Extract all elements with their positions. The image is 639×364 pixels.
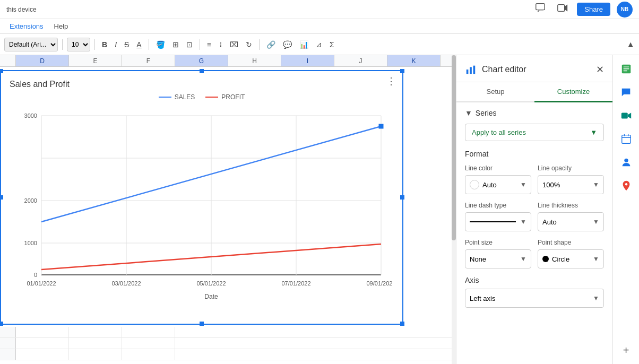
drag-handle-tl[interactable] bbox=[0, 69, 3, 73]
grid-cell-2-f[interactable] bbox=[122, 338, 175, 349]
drag-handle-tr[interactable] bbox=[400, 69, 404, 73]
line-opacity-chevron-icon: ▼ bbox=[593, 181, 599, 188]
toolbar-sep-2 bbox=[94, 39, 95, 50]
line-color-select[interactable]: Auto ▼ bbox=[465, 175, 531, 194]
rotate-button[interactable]: ↻ bbox=[243, 39, 255, 50]
line-thickness-value: Auto bbox=[542, 218, 557, 226]
point-size-chevron-icon: ▼ bbox=[520, 255, 526, 263]
point-shape-select[interactable]: Circle ▼ bbox=[538, 249, 604, 268]
point-size-select[interactable]: None ▼ bbox=[465, 249, 531, 268]
bold-button[interactable]: B bbox=[99, 39, 110, 50]
chart-button[interactable]: 📊 bbox=[297, 39, 311, 50]
series-section-header[interactable]: ▼ Series bbox=[465, 109, 604, 117]
point-shape-group: Point shape Circle ▼ bbox=[538, 239, 604, 268]
line-thickness-select[interactable]: Auto ▼ bbox=[538, 212, 604, 231]
avatar: NB bbox=[617, 2, 633, 18]
svg-rect-27 bbox=[623, 68, 629, 69]
svg-text:2000: 2000 bbox=[24, 197, 37, 204]
workspace-maps-icon[interactable] bbox=[617, 176, 636, 195]
filter-button[interactable]: ⊿ bbox=[313, 39, 325, 50]
svg-rect-28 bbox=[623, 71, 627, 71]
link-button[interactable]: 🔗 bbox=[264, 39, 278, 50]
editor-title: Chart editor bbox=[482, 65, 591, 74]
grid-cell-1-f[interactable] bbox=[122, 327, 175, 337]
col-header-g: G bbox=[175, 55, 228, 66]
chart-svg: 0 1000 2000 3000 01/01/2022 03/01/2022 0… bbox=[10, 105, 392, 307]
comment-icon-btn[interactable] bbox=[532, 0, 548, 19]
apply-to-all-series-dropdown[interactable]: Apply to all series ▼ bbox=[465, 124, 604, 141]
point-size-group: Point size None ▼ bbox=[465, 239, 531, 268]
drag-handle-bl[interactable] bbox=[0, 322, 3, 326]
grid-cell-3-e[interactable] bbox=[69, 349, 122, 360]
dash-preview bbox=[470, 221, 516, 222]
line-opacity-select[interactable]: 100% ▼ bbox=[538, 175, 604, 194]
workspace-contacts-icon[interactable] bbox=[617, 153, 636, 172]
svg-rect-29 bbox=[621, 113, 627, 119]
line-dash-select[interactable]: ▼ bbox=[465, 212, 531, 231]
line-dash-row: Line dash type ▼ Line thickness Auto ▼ bbox=[465, 202, 604, 231]
format-label: Format bbox=[465, 150, 604, 158]
close-editor-button[interactable]: ✕ bbox=[596, 64, 604, 75]
tab-customize[interactable]: Customize bbox=[534, 82, 612, 102]
comment-button[interactable]: 💬 bbox=[280, 39, 295, 50]
drag-handle-tm[interactable] bbox=[200, 69, 204, 73]
paint-bucket-button[interactable]: 🪣 bbox=[153, 39, 168, 50]
chart-inner: Sales and Profit SALES PROFIT bbox=[1, 71, 402, 317]
drag-handle-mr[interactable] bbox=[400, 195, 404, 200]
col-header-k: K bbox=[387, 55, 441, 66]
device-label: this device bbox=[6, 6, 37, 13]
axis-select[interactable]: Left axis ▼ bbox=[465, 289, 604, 308]
toolbar-collapse-button[interactable]: ▲ bbox=[626, 40, 635, 49]
grid-cell-3-f[interactable] bbox=[122, 349, 175, 360]
row-num-3 bbox=[0, 349, 16, 360]
row-num-spacer bbox=[0, 55, 16, 66]
workspace-calendar-icon[interactable] bbox=[617, 129, 636, 149]
borders-button[interactable]: ⊞ bbox=[170, 39, 182, 50]
top-bar-right: Share NB bbox=[532, 0, 633, 19]
line-color-circle bbox=[470, 180, 479, 189]
grid-cell-2-d[interactable] bbox=[16, 338, 69, 349]
chart-more-button[interactable]: ⋮ bbox=[386, 75, 396, 87]
merge-button[interactable]: ⊡ bbox=[184, 39, 195, 50]
font-family-select[interactable]: Default (Ari... bbox=[4, 38, 58, 51]
workspace-add-icon[interactable]: + bbox=[617, 341, 636, 360]
scrollbar-thumb[interactable] bbox=[452, 55, 456, 240]
valign-button[interactable]: ⫶ bbox=[216, 39, 225, 50]
font-size-select[interactable]: 10 bbox=[67, 38, 90, 51]
scrollbar-track[interactable] bbox=[452, 55, 456, 364]
wrap-button[interactable]: ⌧ bbox=[227, 39, 241, 50]
italic-button[interactable]: I bbox=[112, 39, 119, 50]
chart-legend: SALES PROFIT bbox=[10, 93, 394, 101]
drag-handle-ml[interactable] bbox=[0, 195, 3, 200]
grid-cell-3-d[interactable] bbox=[16, 349, 69, 360]
tab-setup[interactable]: Setup bbox=[456, 82, 534, 102]
toolbar-sep-5 bbox=[259, 39, 260, 50]
point-shape-label: Point shape bbox=[538, 239, 604, 246]
chart-editor-panel: Chart editor ✕ Setup Customize ▼ Series … bbox=[456, 55, 612, 364]
workspace-sheets-icon[interactable] bbox=[617, 59, 636, 79]
line-color-label: Line color bbox=[465, 164, 531, 172]
formula-button[interactable]: Σ bbox=[327, 39, 337, 50]
share-button[interactable]: Share bbox=[577, 3, 610, 16]
svg-text:09/01/2022: 09/01/2022 bbox=[366, 280, 392, 287]
workspace-meet-icon[interactable] bbox=[617, 106, 636, 125]
row-num-1 bbox=[0, 327, 16, 337]
point-size-value: None bbox=[470, 255, 486, 263]
strikethrough-button[interactable]: S bbox=[122, 39, 132, 50]
grid-cell-2-e[interactable] bbox=[69, 338, 122, 349]
help-menu[interactable]: Help bbox=[51, 21, 72, 31]
drag-handle-br[interactable] bbox=[400, 322, 404, 326]
meet-icon-btn[interactable] bbox=[555, 0, 571, 19]
grid-cell-1-d[interactable] bbox=[16, 327, 69, 337]
extensions-menu[interactable]: Extensions bbox=[6, 21, 47, 31]
workspace-chat-icon[interactable] bbox=[617, 83, 636, 102]
chart-title: Sales and Profit bbox=[10, 80, 394, 89]
line-dash-chevron-icon: ▼ bbox=[520, 218, 526, 226]
align-button[interactable]: ≡ bbox=[204, 39, 214, 50]
point-shape-dot-icon bbox=[542, 256, 549, 262]
svg-text:0: 0 bbox=[34, 272, 37, 278]
grid-cell-1-e[interactable] bbox=[69, 327, 122, 337]
underline-button[interactable]: A bbox=[134, 39, 144, 50]
drag-handle-bm[interactable] bbox=[200, 322, 204, 326]
col-header-i: I bbox=[281, 55, 334, 66]
